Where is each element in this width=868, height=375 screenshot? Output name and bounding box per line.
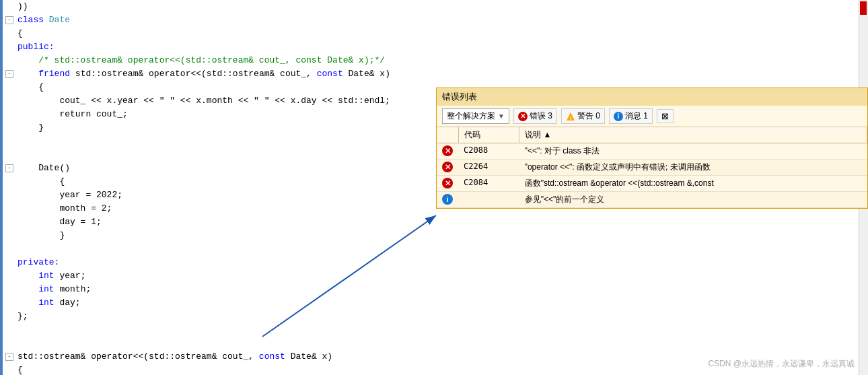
line-content: private: — [15, 256, 59, 269]
row-icon-cell: ✕ — [437, 160, 458, 176]
row-code-cell: C2264 — [458, 160, 519, 176]
svg-text:!: ! — [570, 115, 572, 121]
code-line: private: — [0, 256, 868, 269]
error-table-row[interactable]: i参见"<<"的前一个定义 — [437, 192, 867, 208]
line-content: /* std::ostream& operator<<(std::ostream… — [15, 54, 385, 67]
row-code-cell: C2084 — [458, 176, 519, 192]
info-icon: i — [614, 112, 623, 121]
line-content: } — [15, 121, 44, 135]
col-description[interactable]: 说明 ▲ — [519, 127, 867, 143]
error-row-icon: ✕ — [442, 178, 453, 189]
code-line: int year; — [0, 269, 868, 283]
line-content: class Date — [15, 13, 70, 27]
code-line — [0, 323, 868, 337]
collapse-box[interactable]: - — [5, 164, 13, 172]
error-icon: ✕ — [518, 112, 528, 121]
line-content: } — [15, 229, 65, 242]
collapse-indicator[interactable]: - — [5, 353, 15, 361]
line-content: { — [15, 175, 65, 189]
scope-dropdown-label: 整个解决方案 — [447, 110, 495, 122]
error-table-row[interactable]: ✕C2084函数"std::ostream &operator <<(std::… — [437, 176, 867, 192]
row-icon-cell: ✕ — [437, 176, 458, 192]
code-line — [0, 337, 868, 350]
code-line: { — [0, 27, 868, 40]
line-content: day = 1; — [15, 215, 102, 229]
col-icon — [437, 127, 458, 143]
error-panel-title: 错误列表 — [442, 91, 477, 103]
code-line: /* std::ostream& operator<<(std::ostream… — [0, 54, 868, 67]
collapse-indicator[interactable]: - — [5, 164, 15, 172]
error-panel-header: 错误列表 — [437, 88, 867, 106]
code-line: } — [0, 229, 868, 242]
row-code-cell: C2088 — [458, 143, 519, 160]
line-content: Date() — [15, 162, 70, 175]
info-count-label: 消息 1 — [625, 110, 648, 122]
line-content: friend std::ostream& operator<<(std::ost… — [15, 67, 390, 81]
row-icon-cell: ✕ — [437, 143, 458, 160]
filter-button[interactable]: ⊠ — [657, 109, 674, 123]
line-content: month = 2; — [15, 202, 112, 215]
error-table: 代码 说明 ▲ ✕C2088"<<": 对于 class 非法✕C2264"op… — [437, 127, 867, 208]
warning-triangle-svg: ! — [566, 112, 575, 121]
error-table-body: ✕C2088"<<": 对于 class 非法✕C2264"operator <… — [437, 143, 867, 208]
warning-count-label: 警告 0 — [577, 110, 600, 122]
code-line: int day; — [0, 296, 868, 310]
line-content — [15, 337, 23, 350]
dropdown-arrow-icon: ▼ — [498, 112, 505, 120]
line-content: year = 2022; — [15, 189, 122, 202]
row-description-cell: "<<": 对于 class 非法 — [519, 143, 867, 160]
line-content: std::ostream& operator<<(std::ostream& c… — [15, 350, 332, 364]
code-line: }; — [0, 310, 868, 323]
info-count-button[interactable]: i 消息 1 — [609, 108, 653, 124]
line-content: int day; — [15, 296, 81, 310]
error-panel: 错误列表 整个解决方案 ▼ ✕ 错误 3 ! 警告 0 i 消息 1 ⊠ — [436, 88, 868, 209]
error-table-row[interactable]: ✕C2088"<<": 对于 class 非法 — [437, 143, 867, 160]
row-description-cell: 函数"std::ostream &operator <<(std::ostrea… — [519, 176, 867, 192]
row-description-cell: 参见"<<"的前一个定义 — [519, 192, 867, 208]
error-count-label: 错误 3 — [530, 110, 552, 122]
info-row-icon: i — [442, 194, 453, 205]
row-icon-cell: i — [437, 192, 458, 208]
line-content: public: — [15, 40, 55, 54]
code-line — [0, 242, 868, 256]
scope-dropdown[interactable]: 整个解决方案 ▼ — [442, 108, 509, 124]
code-line: - class Date — [0, 13, 868, 27]
row-code-cell — [458, 192, 519, 208]
error-table-header: 代码 说明 ▲ — [437, 127, 867, 143]
code-line: int month; — [0, 283, 868, 296]
line-content — [15, 323, 23, 337]
code-line: - friend std::ostream& operator<<(std::o… — [0, 67, 868, 81]
warning-count-button[interactable]: ! 警告 0 — [561, 108, 605, 124]
collapse-box[interactable]: - — [5, 70, 13, 78]
collapse-indicator[interactable]: - — [5, 70, 15, 78]
error-table-row[interactable]: ✕C2264"operator <<": 函数定义或声明中有错误; 未调用函数 — [437, 160, 867, 176]
line-content — [15, 242, 23, 256]
line-content: int month; — [15, 283, 91, 296]
filter-icon: ⊠ — [661, 111, 669, 121]
line-content — [15, 135, 23, 148]
code-line: )) — [0, 0, 868, 13]
error-count-button[interactable]: ✕ 错误 3 — [513, 108, 557, 124]
watermark: CSDN @永远热情，永远谦卑，永远真诚 — [708, 358, 855, 370]
line-content: int year; — [15, 269, 85, 283]
code-line: day = 1; — [0, 215, 868, 229]
collapse-box[interactable]: - — [5, 16, 13, 24]
line-content: { — [15, 81, 44, 94]
error-row-icon: ✕ — [442, 145, 453, 156]
line-content: }; — [15, 310, 28, 323]
line-content: { — [15, 364, 23, 375]
line-content: { — [15, 27, 23, 40]
row-description-cell: "operator <<": 函数定义或声明中有错误; 未调用函数 — [519, 160, 867, 176]
line-content — [15, 148, 23, 162]
collapse-box[interactable]: - — [5, 353, 13, 361]
line-content: return cout_; — [15, 108, 128, 121]
line-content: )) — [15, 0, 28, 13]
error-row-icon: ✕ — [442, 162, 453, 172]
error-panel-toolbar: 整个解决方案 ▼ ✕ 错误 3 ! 警告 0 i 消息 1 ⊠ — [437, 106, 867, 127]
code-line: public: — [0, 40, 868, 54]
line-content: cout_ << x.year << " " << x.month << " "… — [15, 94, 390, 108]
scrollbar-thumb[interactable] — [860, 1, 867, 15]
col-code[interactable]: 代码 — [458, 127, 519, 143]
collapse-indicator[interactable]: - — [5, 16, 15, 24]
warning-icon: ! — [566, 112, 575, 121]
